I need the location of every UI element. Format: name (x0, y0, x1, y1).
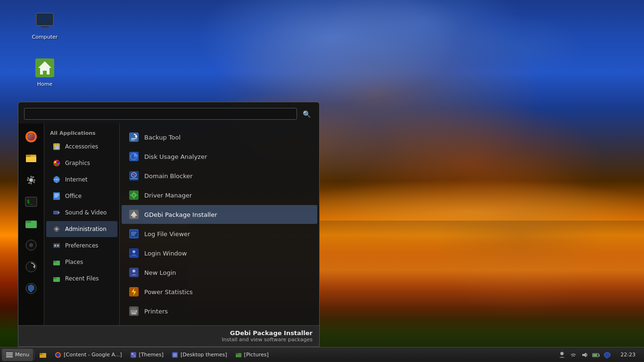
tooltip-description: Install and view software packages (25, 337, 313, 343)
sidebar-shield[interactable] (22, 279, 41, 298)
administration-icon (52, 224, 61, 234)
tray-battery-icon[interactable] (591, 350, 601, 360)
app-disk-usage[interactable]: Disk Usage Analyzer (122, 147, 317, 166)
category-internet[interactable]: Internet (46, 172, 117, 188)
svg-point-13 (30, 179, 33, 182)
svg-rect-71 (131, 235, 135, 236)
desktop-icon-computer[interactable]: Computer (26, 9, 64, 40)
search-button[interactable]: 🔍 (300, 109, 314, 119)
internet-icon (52, 175, 61, 184)
category-recent[interactable]: Recent Files (46, 271, 117, 287)
sidebar-firefox[interactable] (22, 127, 41, 146)
gdebi-icon (128, 209, 140, 220)
svg-rect-4 (37, 14, 52, 25)
svg-text:$_: $_ (27, 199, 33, 205)
app-login-window[interactable]: Login Window (122, 244, 317, 263)
left-sidebar: $_ (18, 123, 44, 325)
svg-rect-90 (6, 353, 13, 354)
taskbar-desktop-themes-button[interactable]: [Desktop themes] (167, 349, 231, 361)
svg-rect-57 (130, 178, 138, 179)
app-new-login[interactable]: New Login (122, 263, 317, 282)
app-driver-manager[interactable]: Driver Manager (122, 186, 317, 205)
taskbar-menu-button[interactable]: Menu (2, 349, 33, 361)
taskbar-pictures-button[interactable]: [Pictures] (231, 349, 272, 361)
category-accessories[interactable]: 🔢 Accessories (46, 139, 117, 155)
svg-rect-92 (6, 356, 13, 357)
svg-rect-98 (132, 353, 133, 355)
categories-header: All Applications (44, 127, 119, 138)
category-preferences[interactable]: Preferences (46, 238, 117, 254)
svg-rect-37 (53, 211, 58, 214)
category-sound-video[interactable]: Sound & Video (46, 205, 117, 221)
app-software-manager[interactable]: ▶ Software Manager (122, 321, 317, 325)
taskbar-files-button[interactable] (35, 349, 50, 361)
svg-rect-17 (25, 221, 31, 223)
tray-network-icon[interactable] (569, 350, 578, 360)
svg-point-74 (132, 250, 135, 253)
svg-rect-91 (6, 354, 13, 355)
menu-label: Menu (15, 352, 29, 358)
categories-panel: All Applications 🔢 Accessories (44, 123, 120, 325)
svg-text:🔢: 🔢 (54, 144, 60, 150)
taskbar-firefox-button[interactable]: [Content - Google A...] (50, 349, 125, 361)
log-viewer-icon (128, 228, 140, 239)
svg-rect-43 (57, 245, 59, 247)
taskbar-clock[interactable]: 22:23 (614, 349, 642, 361)
sidebar-updates[interactable] (22, 257, 41, 276)
svg-point-20 (30, 244, 32, 246)
app-gdebi[interactable]: GDebi Package Installer (122, 205, 317, 224)
taskbar-right: 22:23 (557, 349, 642, 361)
taskbar-pictures-icon (235, 351, 242, 359)
computer-icon-label: Computer (32, 34, 58, 40)
svg-marker-106 (582, 353, 586, 357)
svg-rect-50 (131, 138, 137, 139)
category-places[interactable]: Places (46, 254, 117, 270)
sidebar-media[interactable] (22, 236, 41, 255)
apps-panel: Backup Tool Disk Usage Analyzer (120, 123, 319, 325)
sidebar-folder[interactable] (22, 214, 41, 233)
start-menu: 🔍 (18, 102, 320, 347)
svg-point-104 (561, 352, 564, 355)
taskbar-desktop-themes-label: [Desktop themes] (181, 352, 227, 358)
taskbar-themes-button[interactable]: [Themes] (126, 349, 167, 361)
home-icon-label: Home (37, 81, 52, 87)
sidebar-files[interactable] (22, 149, 41, 168)
taskbar-firefox-label: [Content - Google A...] (64, 352, 122, 358)
tray-security-icon[interactable] (603, 350, 612, 360)
search-input[interactable] (24, 108, 297, 120)
login-window-icon (128, 247, 140, 259)
svg-point-29 (56, 164, 58, 165)
new-login-icon (128, 267, 140, 278)
svg-rect-94 (40, 353, 42, 355)
svg-rect-108 (599, 354, 600, 356)
sidebar-terminal[interactable]: $_ (22, 192, 41, 211)
desktop-icon-home[interactable]: Home (26, 57, 64, 87)
tray-user-icon[interactable] (557, 350, 567, 360)
svg-point-96 (56, 353, 60, 357)
taskbar-pictures-label: [Pictures] (244, 352, 269, 358)
svg-rect-51 (131, 140, 135, 140)
category-office[interactable]: Office (46, 188, 117, 204)
preferences-icon (52, 241, 61, 250)
svg-point-28 (57, 161, 59, 163)
svg-rect-66 (133, 216, 135, 218)
svg-rect-101 (173, 353, 177, 357)
svg-rect-10 (26, 156, 36, 162)
svg-rect-70 (131, 233, 136, 234)
svg-rect-109 (593, 354, 597, 356)
app-printers[interactable]: Printers (122, 302, 317, 321)
svg-rect-61 (133, 191, 134, 193)
taskbar: Menu [Content - Google A...] (0, 347, 644, 362)
app-backup-tool[interactable]: Backup Tool (122, 128, 317, 147)
category-administration[interactable]: Administration (46, 221, 117, 237)
taskbar-desktop-themes-icon (171, 351, 179, 359)
app-power-stats[interactable]: Power Statistics (122, 282, 317, 301)
tray-sound-icon[interactable] (580, 350, 589, 360)
category-graphics[interactable]: Graphics (46, 155, 117, 171)
app-domain-blocker[interactable]: Domain Blocker (122, 166, 317, 185)
menu-body: $_ (18, 123, 319, 325)
svg-rect-42 (54, 245, 56, 247)
sidebar-settings[interactable] (22, 171, 41, 189)
recent-icon (52, 274, 61, 283)
app-log-viewer[interactable]: Log File Viewer (122, 224, 317, 243)
